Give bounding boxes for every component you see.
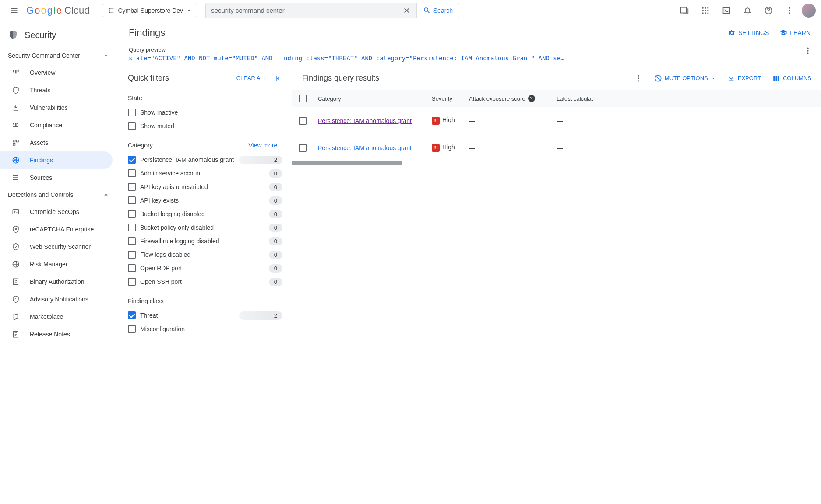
nav-icon [11,103,20,112]
filter-row[interactable]: Threat2 [128,309,282,322]
svg-point-16 [789,7,790,8]
checkbox[interactable] [128,108,136,116]
filter-row[interactable]: Open SSH port0 [128,275,282,289]
apps-icon[interactable] [697,2,714,19]
sidebar-item-advisory-notifications[interactable]: Advisory Notifications [0,290,113,308]
query-preview-label: Query preview [129,46,803,53]
filter-row[interactable]: Firewall rule logging disabled0 [128,234,282,248]
checkbox[interactable] [128,237,136,245]
filter-row[interactable]: Open RDP port0 [128,262,282,275]
sidebar-item-risk-manager[interactable]: Risk Manager [0,256,113,273]
sidebar-section-detections[interactable]: Detections and Controls [0,186,118,203]
sidebar-item-overview[interactable]: Overview [0,64,113,81]
svg-point-2 [109,11,110,13]
checkbox[interactable] [128,224,136,231]
filter-row[interactable]: Flow logs disabled0 [128,248,282,262]
mute-options-button[interactable]: MUTE OPTIONS [654,74,716,82]
row-checkbox[interactable] [299,144,307,152]
filter-group-state: State [128,94,142,102]
checkbox[interactable] [128,312,136,319]
filter-row[interactable]: Bucket logging disabled0 [128,207,282,221]
horizontal-scrollbar[interactable] [292,161,402,165]
filter-row[interactable]: Admin service account0 [128,167,282,180]
google-cloud-logo[interactable]: GoogleCloud [26,5,90,16]
sidebar-item-vulnerabilities[interactable]: Vulnerabilities [0,99,113,116]
download-icon [727,74,735,82]
notifications-icon[interactable] [739,2,756,19]
clear-icon[interactable] [402,6,411,15]
filter-label: Show inactive [140,108,282,117]
filter-row[interactable]: API key exists0 [128,194,282,207]
avatar[interactable] [802,4,816,18]
dropdown-icon [711,76,716,81]
col-exposure[interactable]: Attack exposure score? [463,91,550,106]
checkbox[interactable] [128,210,136,218]
help-icon[interactable]: ? [528,95,535,102]
sidebar-item-findings[interactable]: Findings [0,151,113,169]
menu-icon[interactable] [5,2,23,19]
project-selector[interactable]: Cymbal Superstore Dev [102,4,198,17]
filter-row[interactable]: Show inactive [128,106,282,119]
search-button[interactable]: Search [416,3,459,18]
clear-all-button[interactable]: CLEAR ALL [236,75,267,81]
filter-row[interactable]: Misconfiguration [128,322,282,336]
finding-link[interactable]: Persistence: IAM anomalous grant [318,117,412,124]
checkbox[interactable] [128,156,136,164]
filter-row[interactable]: Persistence: IAM anomalous grant2 [128,153,282,167]
sidebar-item-release-notes[interactable]: Release Notes [0,326,113,343]
page-title: Findings [129,27,165,38]
sidebar-item-label: Assets [30,139,48,146]
product-title: Security [25,30,56,40]
sidebar-item-threats[interactable]: Threats [0,81,113,99]
filter-label: Bucket logging disabled [140,210,264,218]
filter-label: Show muted [140,122,282,130]
checkbox[interactable] [128,251,136,259]
learn-button[interactable]: LEARN [779,29,810,37]
sidebar-item-assets[interactable]: Assets [0,134,113,151]
checkbox[interactable] [128,122,136,130]
sidebar-item-sources[interactable]: Sources [0,169,113,186]
cloud-shell-icon[interactable] [718,2,735,19]
collapse-panel-icon[interactable] [274,74,282,83]
filter-row[interactable]: Show muted [128,119,282,133]
cloud-shell-editor-icon[interactable] [676,2,693,19]
checkbox[interactable] [128,169,136,177]
col-category[interactable]: Category [312,91,426,106]
results-more-icon[interactable] [634,74,643,83]
select-all-checkbox[interactable] [299,94,307,102]
settings-button[interactable]: SETTINGS [728,29,769,37]
sidebar-item-recaptcha-enterprise[interactable]: reCAPTCHA Enterprise [0,220,113,238]
checkbox[interactable] [128,264,136,272]
learn-icon [779,29,787,37]
filter-label: API key exists [140,196,264,205]
query-more-icon[interactable] [803,46,812,55]
checkbox[interactable] [128,183,136,191]
sidebar-section-scc[interactable]: Security Command Center [0,47,118,64]
view-more-link[interactable]: View more... [248,142,282,149]
filter-row[interactable]: Bucket policy only disabled0 [128,221,282,234]
dropdown-icon [187,8,192,13]
svg-point-17 [789,10,790,11]
row-checkbox[interactable] [299,117,307,125]
svg-rect-26 [13,140,15,142]
col-severity[interactable]: Severity [426,91,463,106]
checkbox[interactable] [128,325,136,333]
sidebar-item-marketplace[interactable]: Marketplace [0,308,113,326]
sidebar-item-chronicle-secops[interactable]: Chronicle SecOps [0,203,113,220]
filter-row[interactable]: API key apis unrestricted0 [128,180,282,194]
checkbox[interactable] [128,196,136,204]
help-icon[interactable] [760,2,777,19]
filter-label: Threat [140,312,235,320]
search-input[interactable] [211,7,402,14]
more-icon[interactable] [781,2,798,19]
sidebar-item-binary-authorization[interactable]: Binary Authorization [0,273,113,290]
col-calc[interactable]: Latest calculat [550,91,607,106]
sidebar-item-compliance[interactable]: Compliance [0,116,113,134]
export-button[interactable]: EXPORT [727,74,761,82]
filter-label: Admin service account [140,169,264,178]
sidebar-item-web-security-scanner[interactable]: Web Security Scanner [0,238,113,256]
columns-button[interactable]: COLUMNS [772,74,811,82]
search-box[interactable] [205,3,416,18]
checkbox[interactable] [128,278,136,286]
finding-link[interactable]: Persistence: IAM anomalous grant [318,144,412,151]
